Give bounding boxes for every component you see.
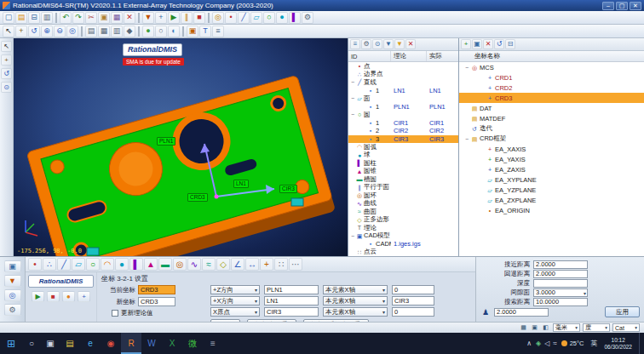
wireframe-view-icon[interactable]: ○ [155,26,167,37]
measure-cone-icon[interactable]: ▲ [144,258,158,271]
column-theory[interactable]: 理论 [391,51,427,61]
plane-feature-icon[interactable]: ▱ [250,12,262,24]
status-combo[interactable]: Cat ▾ [612,323,640,332]
point-cloud-tool-icon[interactable]: ⋯ [289,258,302,271]
weather-widget[interactable]: 25°C [561,340,584,347]
feature-tree-row[interactable]: ▌ 圆柱 [348,159,458,168]
paste-icon[interactable]: ▦ [111,12,123,24]
value-field[interactable]: 0 [392,307,434,317]
probe-panel-icon[interactable]: ▼ [4,275,21,287]
construct-feature-icon[interactable]: + [260,258,273,271]
tree-clear-icon[interactable]: ✕ [405,39,416,49]
probe-extra-field[interactable]: 2.0000 [494,308,549,317]
coordinate-system-icon[interactable]: ◎ [212,12,224,24]
cylinder-feature-icon[interactable]: ▌ [289,12,301,24]
zoom-in-icon[interactable]: ⊕ [41,26,53,37]
copy-icon[interactable]: ▣ [98,12,110,24]
rotate-icon[interactable]: ↺ [28,26,40,37]
coord-delete-icon[interactable]: ✕ [483,39,493,49]
view-side-icon[interactable]: ▥ [111,26,123,37]
direction-dropdown[interactable]: +X方向 ▾ [210,296,260,305]
search-icon[interactable]: ○ [22,333,41,354]
network-icon[interactable]: ≈ [553,340,556,347]
probe-param-field[interactable]: 2.0000 [533,270,588,278]
feature-tree-row[interactable]: − ▣ CAD模型 [348,232,458,241]
select-arrow-icon[interactable]: ↖ [1,41,12,52]
view-iso-icon[interactable]: ◆ [124,26,135,37]
coordinate-tree-row[interactable]: + EA_XAXIS [459,144,644,154]
direction-dropdown[interactable]: X原点 ▾ [210,307,260,317]
feature-tree-row[interactable]: ▪ 1 PLN1 PLN1 [348,103,458,111]
zoom-out-icon[interactable]: ⊖ [54,26,66,37]
stop-icon[interactable]: ■ [47,291,60,302]
3d-viewport[interactable]: RationalDMIS SMA is due for update PLN1 … [14,38,348,256]
expander-icon[interactable]: − [350,233,355,239]
coordinate-tree-row[interactable]: + EA_ZAXIS [459,164,644,174]
feature-tree-row[interactable]: T 理论 [348,224,458,232]
coordinate-tree-row[interactable]: ▤ MATDEF [459,113,644,123]
coordinate-header[interactable]: 坐标名称 [459,51,644,62]
measure-sphere-icon[interactable]: ● [115,258,129,271]
feature-label-crd3[interactable]: CRD3 [187,193,208,202]
cut-icon[interactable]: ✂ [85,12,97,24]
column-id[interactable]: ID [348,51,391,61]
expander-icon[interactable]: − [350,111,355,117]
print-icon[interactable]: ▥ [41,12,53,24]
measure-angle-icon[interactable]: ∠ [231,258,244,271]
feature-label-ln1[interactable]: LN1 [233,180,249,188]
measure-line-icon[interactable]: ╱ [57,258,71,271]
minimize-button[interactable]: – [602,2,614,10]
coord-save-icon[interactable]: ⊟ [505,39,515,49]
shaded-view-icon[interactable]: ● [142,26,154,37]
expander-icon[interactable]: − [464,65,469,71]
open-file-icon[interactable]: ▤ [15,12,27,24]
element-field[interactable]: PLN1 [264,285,319,294]
feature-tree-row[interactable]: ◇ 正多边形 [348,216,458,225]
new-coord-field[interactable]: CRD3 [138,297,175,306]
pan-hand-icon[interactable]: + [1,54,12,66]
pause-program-icon[interactable]: ∥ [181,12,193,24]
measure-arc-icon[interactable]: ◠ [101,258,114,271]
cad-part-view[interactable] [14,38,348,256]
feature-tree-row[interactable]: ∿ 曲线 [348,200,458,208]
defender-icon[interactable]: ◈ [536,340,541,347]
coord-edit-icon[interactable]: ▣ [472,39,482,49]
calibration-panel-icon[interactable]: ◎ [4,289,21,301]
feature-tree-row[interactable]: ▪ CADM_1 1.iges.igs [348,240,458,248]
element-field[interactable]: CIR3 [264,307,319,317]
label-toggle-icon[interactable]: T [199,26,211,37]
direction-dropdown[interactable]: +Z方向 ▾ [210,285,260,294]
value-field[interactable]: 0 [392,285,434,294]
update-banner[interactable]: SMA is due for update [123,58,184,66]
tree-gear-icon[interactable]: ⚙ [361,39,371,49]
select-icon[interactable]: ↖ [3,26,14,37]
volume-icon[interactable]: ◁ [544,340,549,347]
measure-distance-icon[interactable]: ↔ [245,258,259,271]
feature-tree-row[interactable]: ◎ 圆环 [348,191,458,200]
new-file-icon[interactable]: ▢ [3,12,14,24]
measure-surface-icon[interactable]: ≈ [202,258,216,271]
coordinate-tree-row[interactable]: • EA_ORIGIN [459,205,644,215]
axis-dropdown[interactable]: 本元素X轴 ▾ [323,285,388,294]
feature-tree-row[interactable]: ▲ 圆锥 [348,168,458,176]
feature-tree-row[interactable]: − ○ 圆 [348,111,458,119]
snap-toggle-icon[interactable]: ▣ [530,323,539,332]
coordinate-tree-row[interactable]: ↺ 迭代 [459,123,644,134]
probe-param-field[interactable]: 2.0000 [533,260,588,269]
zoom-tool-icon[interactable]: ⊙ [1,82,12,93]
line-feature-icon[interactable]: ╱ [238,12,250,24]
element-field[interactable]: LN1 [264,296,319,305]
play-icon[interactable]: ▶ [32,291,44,302]
value-field[interactable]: CIR3 [392,296,434,305]
measure-cylinder-icon[interactable]: ▌ [129,258,143,271]
probe-param-field[interactable]: 3.0000 [533,288,588,297]
file-explorer-icon[interactable]: ▤ [60,333,80,354]
probe-param-field[interactable]: 10.0000 [533,298,588,306]
teach-icon[interactable]: + [78,291,90,302]
settings-icon[interactable]: ⚙ [302,12,313,24]
settings-panel-icon[interactable]: ⚙ [4,304,21,316]
start-button[interactable]: ⊞ [0,333,22,354]
current-coord-field[interactable]: CRD3 [138,285,175,294]
coordinate-tree-row[interactable]: + EA_YAXIS [459,154,644,164]
feature-tree-row[interactable]: − ▱ 面 [348,94,458,103]
